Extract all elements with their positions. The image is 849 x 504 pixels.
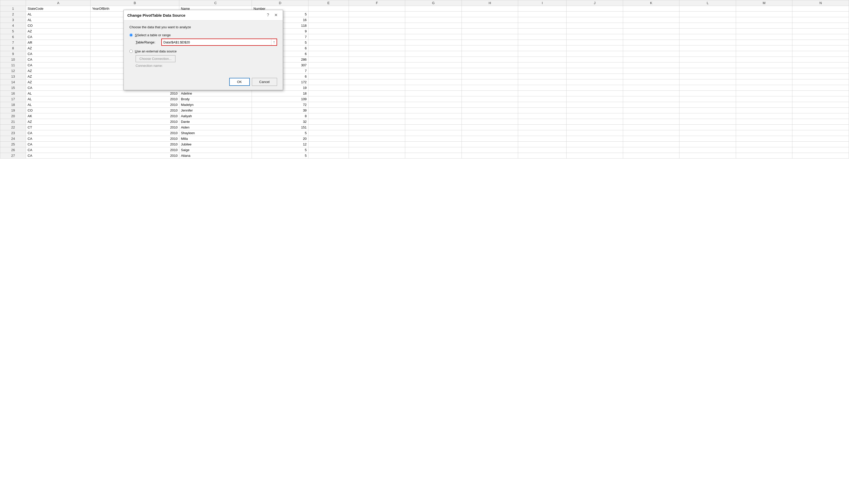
col-header-f[interactable]: F bbox=[349, 0, 405, 6]
empty-cell[interactable] bbox=[567, 102, 623, 108]
cell-a23[interactable]: CA bbox=[26, 130, 90, 136]
empty-cell[interactable] bbox=[679, 130, 736, 136]
empty-cell[interactable] bbox=[308, 62, 349, 68]
empty-cell[interactable] bbox=[349, 46, 405, 51]
empty-cell[interactable] bbox=[736, 91, 792, 96]
empty-cell[interactable] bbox=[518, 46, 567, 51]
empty-cell[interactable] bbox=[518, 119, 567, 125]
col-header-m[interactable]: M bbox=[736, 0, 792, 6]
empty-cell[interactable] bbox=[567, 46, 623, 51]
empty-cell[interactable] bbox=[736, 68, 792, 74]
cell-c17[interactable]: Brody bbox=[179, 96, 252, 102]
empty-cell[interactable] bbox=[623, 147, 679, 153]
empty-cell[interactable] bbox=[405, 74, 462, 79]
empty-cell[interactable] bbox=[405, 23, 462, 29]
empty-cell[interactable] bbox=[792, 108, 849, 113]
empty-cell[interactable] bbox=[462, 153, 518, 159]
col-header-b[interactable]: B bbox=[90, 0, 179, 6]
empty-cell[interactable] bbox=[567, 62, 623, 68]
empty-cell[interactable] bbox=[679, 79, 736, 85]
empty-cell[interactable] bbox=[736, 153, 792, 159]
empty-cell[interactable] bbox=[679, 34, 736, 40]
empty-cell[interactable] bbox=[567, 91, 623, 96]
cell-a8[interactable]: AZ bbox=[26, 46, 90, 51]
cell-a2[interactable]: AL bbox=[26, 12, 90, 17]
cell-a7[interactable]: AR bbox=[26, 40, 90, 46]
empty-cell[interactable] bbox=[679, 74, 736, 79]
empty-cell[interactable] bbox=[462, 79, 518, 85]
cell-b26[interactable]: 2010 bbox=[90, 147, 179, 153]
cell-b25[interactable]: 2010 bbox=[90, 142, 179, 147]
col-header-l[interactable]: L bbox=[679, 0, 736, 6]
empty-cell[interactable] bbox=[308, 6, 349, 12]
empty-cell[interactable] bbox=[518, 29, 567, 34]
empty-cell[interactable] bbox=[792, 153, 849, 159]
empty-cell[interactable] bbox=[405, 108, 462, 113]
empty-cell[interactable] bbox=[623, 130, 679, 136]
empty-cell[interactable] bbox=[792, 142, 849, 147]
cell-c25[interactable]: Jubilee bbox=[179, 142, 252, 147]
empty-cell[interactable] bbox=[308, 85, 349, 91]
empty-cell[interactable] bbox=[736, 147, 792, 153]
cell-a12[interactable]: AZ bbox=[26, 68, 90, 74]
empty-cell[interactable] bbox=[623, 96, 679, 102]
empty-cell[interactable] bbox=[792, 29, 849, 34]
empty-cell[interactable] bbox=[308, 102, 349, 108]
empty-cell[interactable] bbox=[462, 68, 518, 74]
empty-cell[interactable] bbox=[736, 46, 792, 51]
empty-cell[interactable] bbox=[405, 68, 462, 74]
empty-cell[interactable] bbox=[308, 125, 349, 130]
empty-cell[interactable] bbox=[792, 125, 849, 130]
empty-cell[interactable] bbox=[462, 62, 518, 68]
empty-cell[interactable] bbox=[308, 142, 349, 147]
empty-cell[interactable] bbox=[308, 147, 349, 153]
empty-cell[interactable] bbox=[792, 136, 849, 142]
cell-b21[interactable]: 2010 bbox=[90, 119, 179, 125]
empty-cell[interactable] bbox=[567, 85, 623, 91]
cell-a25[interactable]: CA bbox=[26, 142, 90, 147]
cell-a20[interactable]: AK bbox=[26, 113, 90, 119]
cell-b17[interactable]: 2010 bbox=[90, 96, 179, 102]
empty-cell[interactable] bbox=[349, 29, 405, 34]
cell-d26[interactable]: 5 bbox=[252, 147, 309, 153]
empty-cell[interactable] bbox=[679, 125, 736, 130]
empty-cell[interactable] bbox=[308, 57, 349, 62]
cell-a27[interactable]: CA bbox=[26, 153, 90, 159]
empty-cell[interactable] bbox=[462, 12, 518, 17]
cell-a22[interactable]: CT bbox=[26, 125, 90, 130]
empty-cell[interactable] bbox=[518, 6, 567, 12]
empty-cell[interactable] bbox=[308, 74, 349, 79]
empty-cell[interactable] bbox=[623, 6, 679, 12]
empty-cell[interactable] bbox=[623, 23, 679, 29]
empty-cell[interactable] bbox=[405, 12, 462, 17]
empty-cell[interactable] bbox=[349, 17, 405, 23]
empty-cell[interactable] bbox=[462, 91, 518, 96]
empty-cell[interactable] bbox=[623, 51, 679, 57]
cell-b18[interactable]: 2010 bbox=[90, 102, 179, 108]
cell-c18[interactable]: Madelyn bbox=[179, 102, 252, 108]
cell-d25[interactable]: 12 bbox=[252, 142, 309, 147]
empty-cell[interactable] bbox=[518, 136, 567, 142]
empty-cell[interactable] bbox=[308, 91, 349, 96]
empty-cell[interactable] bbox=[462, 147, 518, 153]
empty-cell[interactable] bbox=[567, 79, 623, 85]
cell-a13[interactable]: AZ bbox=[26, 74, 90, 79]
empty-cell[interactable] bbox=[405, 119, 462, 125]
empty-cell[interactable] bbox=[792, 96, 849, 102]
empty-cell[interactable] bbox=[462, 40, 518, 46]
empty-cell[interactable] bbox=[462, 46, 518, 51]
cell-c21[interactable]: Dante bbox=[179, 119, 252, 125]
empty-cell[interactable] bbox=[405, 96, 462, 102]
empty-cell[interactable] bbox=[736, 40, 792, 46]
empty-cell[interactable] bbox=[518, 108, 567, 113]
empty-cell[interactable] bbox=[462, 142, 518, 147]
empty-cell[interactable] bbox=[405, 125, 462, 130]
empty-cell[interactable] bbox=[567, 29, 623, 34]
empty-cell[interactable] bbox=[349, 34, 405, 40]
empty-cell[interactable] bbox=[518, 12, 567, 17]
empty-cell[interactable] bbox=[679, 102, 736, 108]
empty-cell[interactable] bbox=[308, 108, 349, 113]
cell-a19[interactable]: CO bbox=[26, 108, 90, 113]
empty-cell[interactable] bbox=[736, 142, 792, 147]
cell-a1[interactable]: StateCode bbox=[26, 6, 90, 12]
